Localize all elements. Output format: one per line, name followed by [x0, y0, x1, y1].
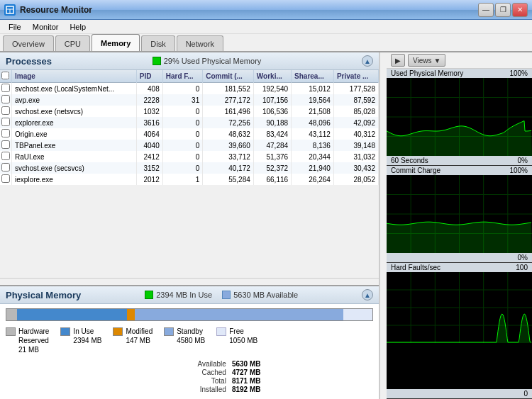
menu-file[interactable]: File: [3, 21, 27, 33]
table-row[interactable]: explorer.exe 3616 0 72,256 90,188 48,096…: [0, 117, 379, 128]
close-button[interactable]: ✕: [512, 3, 528, 17]
graph-hard-faults: Hard Faults/sec 100 0: [387, 263, 532, 399]
physical-memory-title: Physical Memory: [6, 290, 81, 300]
app-icon: [4, 4, 16, 16]
cell-private: 30,432: [333, 162, 378, 174]
row-checkbox-cell[interactable]: [0, 128, 12, 140]
table-row[interactable]: RaUI.exe 2412 0 33,712 51,376 20,344 31,…: [0, 151, 379, 162]
table-row[interactable]: iexplore.exe 2012 1 55,284 66,116 26,264…: [0, 174, 379, 185]
cell-commit: 161,496: [203, 106, 254, 117]
stat-cached-value: 4727 MB: [232, 369, 373, 376]
memory-legend: HardwareReserved21 MB In Use2394 MB Modi…: [0, 324, 379, 357]
processes-table-container[interactable]: Image PID Hard F... Commit (... Worki...…: [0, 70, 379, 278]
tab-overview[interactable]: Overview: [3, 35, 54, 51]
tab-cpu[interactable]: CPU: [55, 35, 90, 51]
col-pid[interactable]: PID: [136, 70, 162, 83]
window-controls: — ❐ ✕: [478, 3, 528, 17]
processes-status: 29% Used Physical Memory: [153, 57, 262, 65]
tab-memory[interactable]: Memory: [92, 34, 140, 51]
tab-disk[interactable]: Disk: [141, 35, 174, 51]
row-checkbox-cell[interactable]: [0, 151, 12, 162]
row-checkbox-cell[interactable]: [0, 117, 12, 128]
free-swatch: [216, 327, 226, 336]
minimize-button[interactable]: —: [478, 3, 494, 17]
graph-physical-memory: Used Physical Memory 100% 60 Seconds 0%: [387, 69, 532, 166]
left-panel-scrollbar[interactable]: [379, 52, 387, 399]
table-row[interactable]: avp.exe 2228 31 277,172 107,156 19,564 8…: [0, 94, 379, 106]
cell-shared: 15,012: [292, 83, 334, 95]
stat-installed-value: 8192 MB: [232, 386, 373, 393]
graph-phys-percent: 100%: [509, 69, 528, 77]
cell-working: 47,284: [253, 140, 291, 151]
graph-expand-button[interactable]: ▶: [391, 54, 405, 67]
table-row[interactable]: svchost.exe (LocalSystemNet... 408 0 181…: [0, 83, 379, 95]
stat-available-value: 5630 MB: [232, 360, 373, 368]
graph-hf-bottom-value: 0: [523, 390, 528, 398]
col-hardf[interactable]: Hard F...: [162, 70, 203, 83]
graph-toolbar: ▶ Views ▼: [391, 54, 445, 67]
graph-commit-footer: 0%: [387, 253, 532, 262]
menu-monitor[interactable]: Monitor: [27, 21, 65, 33]
cell-commit: 40,172: [203, 162, 254, 174]
processes-table: Image PID Hard F... Commit (... Worki...…: [0, 70, 379, 185]
row-checkbox-cell[interactable]: [0, 162, 12, 174]
row-checkbox-cell[interactable]: [0, 106, 12, 117]
restore-button[interactable]: ❐: [495, 3, 511, 17]
cell-shared: 19,564: [292, 94, 334, 106]
cell-private: 39,148: [333, 140, 378, 151]
cell-hardf: 0: [162, 106, 203, 117]
cell-working: 52,372: [253, 162, 291, 174]
col-private[interactable]: Private ...: [333, 70, 378, 83]
processes-collapse-button[interactable]: ▲: [362, 55, 373, 67]
legend-free: Free1050 MB: [216, 327, 257, 354]
table-row[interactable]: svchost.exe (netsvcs) 1032 0 161,496 106…: [0, 106, 379, 117]
processes-horizontal-scrollbar[interactable]: [0, 278, 379, 285]
processes-title: Processes: [6, 56, 52, 67]
cell-shared: 8,136: [292, 140, 334, 151]
bar-hardware-reserved: [6, 309, 17, 320]
graph-commit-title: Commit Charge: [391, 167, 440, 174]
row-checkbox-cell[interactable]: [0, 140, 12, 151]
left-panel: Processes 29% Used Physical Memory ▲ Ima…: [0, 52, 379, 399]
views-button[interactable]: Views ▼: [408, 54, 445, 67]
col-image[interactable]: Image: [12, 70, 137, 83]
stat-installed-label: Installed: [85, 386, 226, 393]
legend-inuse: In Use2394 MB: [60, 327, 101, 354]
graph-commit-charge: Commit Charge 100% 0%: [387, 166, 532, 263]
legend-free-text: Free1050 MB: [229, 327, 257, 345]
cell-private: 85,028: [333, 106, 378, 117]
physical-memory-collapse-button[interactable]: ▲: [362, 289, 373, 300]
table-row[interactable]: Origin.exe 4064 0 48,632 83,424 43,112 4…: [0, 128, 379, 140]
cell-pid: 3152: [136, 162, 162, 174]
row-checkbox-cell[interactable]: [0, 83, 12, 95]
table-row[interactable]: TBPanel.exe 4040 0 39,660 47,284 8,136 3…: [0, 140, 379, 151]
cell-shared: 43,112: [292, 128, 334, 140]
menu-help[interactable]: Help: [64, 21, 92, 33]
table-row[interactable]: svchost.exe (secsvcs) 3152 0 40,172 52,3…: [0, 162, 379, 174]
cell-commit: 72,256: [203, 117, 254, 128]
col-commit[interactable]: Commit (...: [203, 70, 254, 83]
graph-phys-canvas: [387, 78, 532, 156]
row-checkbox-cell[interactable]: [0, 94, 12, 106]
cell-pid: 4064: [136, 128, 162, 140]
cell-hardf: 0: [162, 162, 203, 174]
views-dropdown-icon: ▼: [434, 57, 441, 64]
memory-inuse-text: 2394 MB In Use: [156, 291, 212, 299]
cell-commit: 33,712: [203, 151, 254, 162]
cell-shared: 48,096: [292, 117, 334, 128]
legend-standby: Standby4580 MB: [164, 327, 205, 354]
inuse-swatch: [60, 327, 70, 336]
col-shared[interactable]: Sharea...: [292, 70, 334, 83]
cell-working: 106,536: [253, 106, 291, 117]
cell-commit: 55,284: [203, 174, 254, 185]
col-working[interactable]: Worki...: [253, 70, 291, 83]
cell-private: 31,032: [333, 151, 378, 162]
graph-hf-footer: 0: [387, 389, 532, 398]
graph-commit-canvas: [387, 175, 532, 253]
row-checkbox-cell[interactable]: [0, 174, 12, 185]
cell-working: 66,116: [253, 174, 291, 185]
legend-hardware-text: HardwareReserved21 MB: [18, 327, 49, 354]
status-indicator: [153, 57, 161, 65]
tab-network[interactable]: Network: [177, 35, 223, 51]
memory-status: 2394 MB In Use 5630 MB Available: [145, 291, 298, 299]
